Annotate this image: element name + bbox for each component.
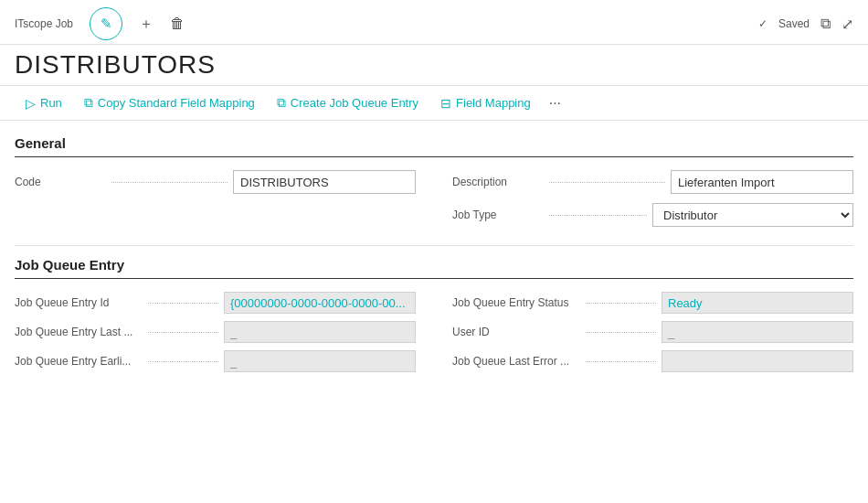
job-type-select[interactable]: Distributor Manufacturer Reseller — [652, 203, 853, 227]
jq-last-error-label: Job Queue Last Error ... — [452, 355, 580, 368]
create-job-queue-label: Create Job Queue Entry — [291, 96, 418, 110]
delete-icon[interactable]: 🗑 — [170, 16, 185, 32]
jq-dots-2-right — [586, 361, 656, 362]
run-label: Run — [40, 96, 62, 110]
top-bar-left: ITscope Job ✎ ＋ 🗑 — [15, 7, 185, 40]
empty-cell — [15, 203, 416, 227]
jq-row-2-left: Job Queue Entry Earli... _ — [15, 350, 416, 372]
jq-dots-1-left — [148, 332, 218, 333]
description-row: Description — [452, 170, 853, 194]
more-actions-button[interactable]: ··· — [542, 91, 568, 115]
jq-row-1-left: Job Queue Entry Last ... _ — [15, 321, 416, 343]
jq-row-2-right: Job Queue Last Error ... — [452, 350, 853, 372]
jq-entry-status-value: Ready — [662, 292, 853, 314]
jq-last-error-value — [662, 350, 853, 372]
field-mapping-icon: ⊟ — [440, 96, 451, 111]
copy-standard-field-mapping-button[interactable]: ⧉ Copy Standard Field Mapping — [73, 90, 266, 116]
jq-entry-id-label: Job Queue Entry Id — [15, 296, 143, 309]
field-mapping-label: Field Mapping — [456, 96, 531, 110]
copy-standard-label: Copy Standard Field Mapping — [98, 96, 255, 110]
page-title: DISTRIBUTORS — [15, 50, 853, 80]
jq-dots-0-left — [148, 303, 218, 304]
code-label: Code — [15, 176, 106, 188]
job-type-row: Job Type Distributor Manufacturer Resell… — [452, 203, 853, 227]
saved-label: Saved — [778, 17, 810, 30]
description-input[interactable] — [671, 170, 853, 194]
jq-dots-0-right — [586, 303, 656, 304]
expand-icon[interactable]: ⤢ — [842, 16, 853, 33]
saved-checkmark: ✓ — [758, 17, 767, 30]
code-input[interactable] — [233, 170, 416, 194]
page-title-bar: DISTRIBUTORS — [0, 45, 868, 85]
add-icon[interactable]: ＋ — [139, 15, 153, 34]
create-job-queue-icon: ⧉ — [277, 95, 286, 111]
jq-last-label: Job Queue Entry Last ... — [15, 326, 143, 338]
job-queue-grid: Job Queue Entry Id {00000000-0000-0000-0… — [15, 292, 853, 372]
app-title: ITscope Job — [15, 17, 73, 30]
section-divider — [15, 245, 853, 246]
jq-row-0-left: Job Queue Entry Id {00000000-0000-0000-0… — [15, 292, 416, 314]
jq-earli-label: Job Queue Entry Earli... — [15, 355, 143, 368]
content-area: General Code Description Job Type Distri… — [0, 121, 868, 387]
jq-earli-value: _ — [224, 350, 416, 372]
field-mapping-button[interactable]: ⊟ Field Mapping — [429, 91, 542, 116]
top-bar-right: ✓ Saved ⧉ ⤢ — [758, 16, 853, 33]
jq-user-id-value: _ — [662, 321, 853, 343]
code-dots — [111, 182, 228, 183]
action-bar: ▷ Run ⧉ Copy Standard Field Mapping ⧉ Cr… — [0, 85, 868, 121]
job-type-label: Job Type — [452, 209, 544, 221]
create-job-queue-entry-button[interactable]: ⧉ Create Job Queue Entry — [266, 90, 429, 116]
edit-icon-circle[interactable]: ✎ — [90, 7, 122, 40]
jq-user-id-label: User ID — [452, 326, 580, 338]
jq-row-0-right: Job Queue Entry Status Ready — [452, 292, 853, 314]
job-queue-section-title: Job Queue Entry — [15, 257, 853, 279]
jq-dots-1-right — [586, 332, 656, 333]
jq-entry-id-value[interactable]: {00000000-0000-0000-0000-00... — [224, 292, 416, 314]
general-section-title: General — [15, 135, 853, 157]
top-bar: ITscope Job ✎ ＋ 🗑 ✓ Saved ⧉ ⤢ — [0, 0, 868, 45]
run-icon: ▷ — [26, 96, 36, 111]
general-form-grid: Code Description Job Type Distributor Ma… — [15, 170, 853, 227]
description-label: Description — [452, 176, 544, 188]
job-type-dots — [549, 215, 647, 216]
copy-standard-icon: ⧉ — [84, 95, 93, 111]
jq-row-1-right: User ID _ — [452, 321, 853, 343]
jq-entry-status-label: Job Queue Entry Status — [452, 296, 580, 309]
open-external-icon[interactable]: ⧉ — [820, 16, 831, 32]
jq-dots-2-left — [148, 361, 218, 362]
code-row: Code — [15, 170, 416, 194]
run-button[interactable]: ▷ Run — [15, 91, 73, 116]
jq-last-value: _ — [224, 321, 416, 343]
description-dots — [549, 182, 665, 183]
